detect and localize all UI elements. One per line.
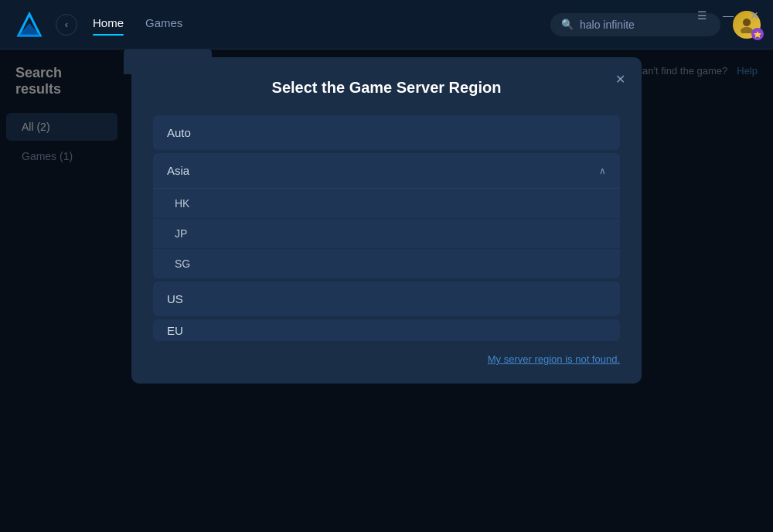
region-list: Auto Asia ∧ HK JP SG US: [153, 115, 620, 341]
server-not-found-link[interactable]: My server region is not found.: [488, 353, 620, 365]
tab-games[interactable]: Games: [145, 16, 182, 32]
region-eu-label: EU: [167, 324, 183, 337]
chevron-up-icon: ∧: [599, 165, 606, 176]
close-button[interactable]: ✕: [748, 9, 761, 22]
search-icon: 🔍: [561, 19, 574, 30]
region-sg[interactable]: SG: [153, 249, 620, 278]
region-eu[interactable]: EU: [153, 319, 620, 341]
minimize-button[interactable]: —: [722, 9, 734, 22]
svg-marker-4: [754, 31, 761, 38]
tab-home[interactable]: Home: [93, 16, 124, 32]
modal-footer: My server region is not found.: [153, 353, 620, 365]
region-auto-label: Auto: [167, 126, 191, 139]
server-region-modal: ✕ Select the Game Server Region Auto Asi…: [131, 57, 642, 384]
top-nav: ‹ Home Games 🔍 halo infinite: [0, 0, 773, 49]
region-hk[interactable]: HK: [153, 189, 620, 219]
region-us[interactable]: US: [153, 281, 620, 316]
modal-overlay: ✕ Select the Game Server Region Auto Asi…: [0, 49, 773, 532]
region-auto[interactable]: Auto: [153, 115, 620, 150]
region-asia-group: Asia ∧ HK JP SG: [153, 153, 620, 278]
region-asia-label: Asia: [167, 164, 189, 177]
back-button[interactable]: ‹: [56, 14, 77, 36]
title-bar: ☰ — ✕: [683, 0, 773, 31]
app-logo: [12, 8, 46, 42]
region-asia-subitems: HK JP SG: [153, 188, 620, 278]
modal-close-button[interactable]: ✕: [611, 70, 629, 88]
search-value: halo infinite: [580, 19, 635, 31]
nav-tabs: Home Games: [93, 16, 550, 32]
region-us-label: US: [167, 292, 183, 305]
modal-title: Select the Game Server Region: [153, 79, 620, 97]
menu-button[interactable]: ☰: [696, 9, 708, 22]
main-content: Search results All (2) Games (1) Can't f…: [0, 49, 773, 532]
region-asia-header[interactable]: Asia ∧: [153, 153, 620, 188]
region-jp[interactable]: JP: [153, 219, 620, 249]
